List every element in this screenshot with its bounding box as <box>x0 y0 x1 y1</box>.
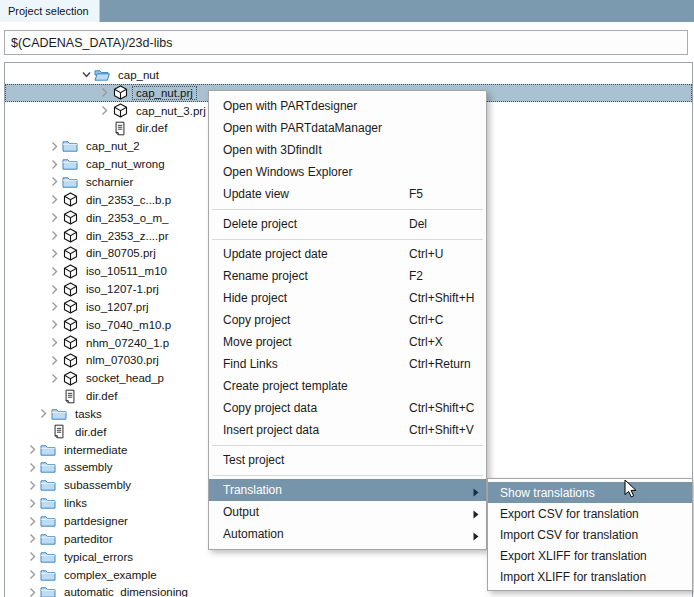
menu-separator <box>212 445 483 446</box>
chevron-right-icon[interactable] <box>47 371 62 386</box>
tree-item-label: partdesigner <box>61 515 131 527</box>
chevron-right-icon[interactable] <box>47 228 62 243</box>
menu-item-output[interactable]: Output <box>209 501 486 523</box>
chevron-right-icon[interactable] <box>47 317 62 332</box>
project-icon <box>62 299 78 315</box>
tree-item-label: iso_1207.prj <box>83 301 152 313</box>
menu-item-label: Automation <box>223 527 284 541</box>
menu-item-create-project-template[interactable]: Create project template <box>209 375 486 397</box>
folder-icon <box>62 174 78 190</box>
menu-item-label: Rename project <box>223 269 308 283</box>
menu-item-label: Move project <box>223 335 292 349</box>
tree-item-label: iso_7040_m10.p <box>83 319 174 331</box>
chevron-right-icon[interactable] <box>47 210 62 225</box>
folder-icon <box>40 584 56 597</box>
menu-item-copy-project[interactable]: Copy projectCtrl+C <box>209 309 486 331</box>
chevron-right-icon[interactable] <box>25 567 40 582</box>
chevron-right-icon[interactable] <box>47 299 62 314</box>
menu-item-copy-project-data[interactable]: Copy project dataCtrl+Shift+C <box>209 397 486 419</box>
menu-item-test-project[interactable]: Test project <box>209 449 486 471</box>
folder-icon <box>62 138 78 154</box>
submenu-item-import-xliff-for-translation[interactable]: Import XLIFF for translation <box>488 566 692 587</box>
chevron-down-icon[interactable] <box>79 67 94 82</box>
chevron-right-icon[interactable] <box>97 103 112 118</box>
tree-item-label: dir.def <box>72 426 109 438</box>
submenu-item-import-csv-for-translation[interactable]: Import CSV for translation <box>488 524 692 545</box>
menu-item-label: Insert project data <box>223 423 319 437</box>
folder-icon <box>40 549 56 565</box>
menu-item-update-project-date[interactable]: Update project dateCtrl+U <box>209 243 486 265</box>
menu-item-move-project[interactable]: Move projectCtrl+X <box>209 331 486 353</box>
chevron-right-icon[interactable] <box>47 192 62 207</box>
menu-item-label: Create project template <box>223 379 348 393</box>
tab-label: Project selection <box>8 5 89 17</box>
menu-item-delete-project[interactable]: Delete projectDel <box>209 213 486 235</box>
path-input[interactable] <box>4 30 688 55</box>
chevron-spacer <box>36 424 51 439</box>
menu-item-hide-project[interactable]: Hide projectCtrl+Shift+H <box>209 287 486 309</box>
chevron-right-icon[interactable] <box>47 246 62 261</box>
menu-item-shortcut: Ctrl+Shift+V <box>409 423 474 437</box>
submenu-arrow-icon <box>473 508 479 522</box>
folder-icon <box>40 459 56 475</box>
menu-item-open-with-3dfindit[interactable]: Open with 3DfindIt <box>209 139 486 161</box>
tree-item-label: typical_errors <box>61 551 136 563</box>
submenu-item-export-csv-for-translation[interactable]: Export CSV for translation <box>488 503 692 524</box>
menu-item-open-with-partdatamanager[interactable]: Open with PARTdataManager <box>209 117 486 139</box>
tree-item-label: nhm_07240_1.p <box>83 337 172 349</box>
chevron-right-icon[interactable] <box>47 157 62 172</box>
chevron-spacer <box>97 121 112 136</box>
tree-item-label: din_2353_o_m_ <box>83 212 172 224</box>
chevron-right-icon[interactable] <box>36 406 51 421</box>
submenu-item-label: Show translations <box>500 486 595 500</box>
submenu-item-label: Import CSV for translation <box>500 528 638 542</box>
menu-item-label: Open with PARTdataManager <box>223 121 382 135</box>
tree-item-label: links <box>61 497 90 509</box>
chevron-right-icon[interactable] <box>47 174 62 189</box>
menu-item-automation[interactable]: Automation <box>209 523 486 545</box>
folder-icon <box>40 495 56 511</box>
chevron-right-icon[interactable] <box>47 335 62 350</box>
menu-item-insert-project-data[interactable]: Insert project dataCtrl+Shift+V <box>209 419 486 441</box>
tree-item-label: din_80705.prj <box>83 247 159 259</box>
tree-item-label: scharnier <box>83 176 136 188</box>
chevron-right-icon[interactable] <box>25 531 40 546</box>
chevron-right-icon[interactable] <box>25 442 40 457</box>
tab-project-selection[interactable]: Project selection <box>0 0 100 22</box>
menu-item-shortcut: Ctrl+X <box>409 335 443 349</box>
menu-item-find-links[interactable]: Find LinksCtrl+Return <box>209 353 486 375</box>
chevron-right-icon[interactable] <box>47 264 62 279</box>
chevron-right-icon[interactable] <box>47 353 62 368</box>
chevron-right-icon[interactable] <box>25 549 40 564</box>
chevron-right-icon[interactable] <box>47 139 62 154</box>
project-icon <box>62 335 78 351</box>
tree-item-label: cap_nut <box>115 69 162 81</box>
menu-item-label: Find Links <box>223 357 278 371</box>
menu-item-label: Copy project <box>223 313 290 327</box>
menu-item-update-view[interactable]: Update viewF5 <box>209 183 486 205</box>
menu-item-open-windows-explorer[interactable]: Open Windows Explorer <box>209 161 486 183</box>
menu-separator <box>212 209 483 210</box>
menu-item-translation[interactable]: Translation <box>209 479 486 501</box>
tree-item-label: intermediate <box>61 444 130 456</box>
chevron-right-icon[interactable] <box>25 514 40 529</box>
chevron-right-icon[interactable] <box>25 460 40 475</box>
menu-item-rename-project[interactable]: Rename projectF2 <box>209 265 486 287</box>
tree-item-cap-nut[interactable]: cap_nut <box>5 66 692 84</box>
submenu-item-show-translations[interactable]: Show translations <box>488 482 692 503</box>
document-icon <box>51 424 67 440</box>
menu-separator <box>212 475 483 476</box>
tab-bar: Project selection <box>0 0 694 22</box>
chevron-right-icon[interactable] <box>25 496 40 511</box>
menu-item-label: Update view <box>223 187 289 201</box>
document-icon <box>62 388 78 404</box>
project-icon <box>62 263 78 279</box>
menu-item-open-with-partdesigner[interactable]: Open with PARTdesigner <box>209 95 486 117</box>
submenu-item-export-xliff-for-translation[interactable]: Export XLIFF for translation <box>488 545 692 566</box>
tree-item-label: cap_nut_wrong <box>83 158 168 170</box>
chevron-right-icon[interactable] <box>47 282 62 297</box>
chevron-right-icon[interactable] <box>25 478 40 493</box>
chevron-right-icon[interactable] <box>25 585 40 597</box>
chevron-right-icon[interactable] <box>97 85 112 100</box>
tree-item-label: subassembly <box>61 479 134 491</box>
